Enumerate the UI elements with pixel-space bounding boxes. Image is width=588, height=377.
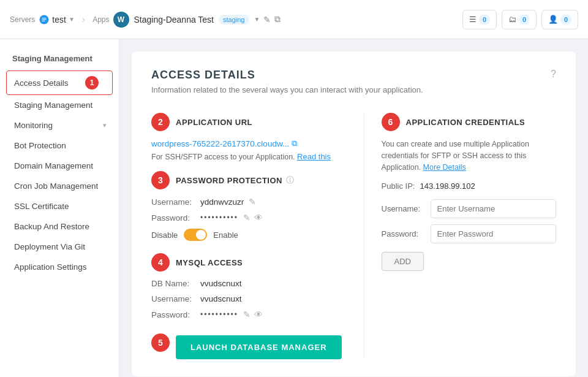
- topnav-actions: ☰ 0 🗂 0 👤 0: [462, 10, 578, 29]
- section-credentials-header: 6 APPLICATION CREDENTIALS: [382, 113, 557, 131]
- mysql-username-value: vvudscnuxt: [200, 294, 242, 303]
- section-app-url-header: 2 APPLICATION URL: [151, 113, 344, 131]
- username-label: Username:: [151, 197, 200, 207]
- section-password-title: PASSWORD PROTECTION: [176, 176, 282, 185]
- sidebar-item-backup-restore[interactable]: Backup And Restore: [0, 216, 119, 237]
- section-credentials-title: APPLICATION CREDENTIALS: [406, 118, 526, 127]
- external-link-icon[interactable]: ⧉: [274, 14, 281, 25]
- credentials-description: You can create and use multiple Applicat…: [382, 139, 557, 173]
- password-label: Password:: [151, 213, 200, 223]
- show-mysql-password-icon[interactable]: 👁: [254, 310, 263, 319]
- sidebar-item-label: Backup And Restore: [14, 222, 89, 231]
- servers-label: Servers: [10, 15, 35, 24]
- users-button[interactable]: 👤 0: [541, 10, 578, 29]
- read-this-link[interactable]: Read this: [297, 152, 331, 161]
- apps-label: Apps: [92, 15, 109, 24]
- servers-section: Servers test ▼: [10, 14, 75, 25]
- password-toggle-row: Disable Enable: [151, 229, 344, 241]
- add-credentials-button[interactable]: ADD: [382, 252, 424, 271]
- content-card: ACCESS DETAILS Information related to th…: [132, 51, 576, 376]
- cred-username-group: Username:: [382, 199, 557, 218]
- password-row: Password: •••••••••• ✎ 👁: [151, 213, 344, 223]
- nav-separator: ›: [82, 14, 85, 25]
- sidebar-item-monitoring[interactable]: Monitoring ▾: [0, 115, 119, 135]
- ssh-note: For SSH/SFTP access to your Application.…: [151, 152, 344, 161]
- users-icon: 👤: [548, 15, 558, 24]
- public-ip-label: Public IP:: [382, 181, 415, 191]
- sidebar: Staging Management Access Details 1 Stag…: [0, 39, 119, 377]
- server-selector[interactable]: test ▼: [39, 14, 74, 25]
- step-6-circle: 6: [382, 113, 400, 131]
- launch-database-button[interactable]: LAUNCH DATABASE MANAGER: [176, 335, 342, 359]
- files-button[interactable]: 🗂 0: [502, 10, 537, 29]
- enable-label: Enable: [213, 230, 238, 240]
- mysql-password-label: Password:: [151, 310, 200, 319]
- server-dropdown-arrow: ▼: [69, 16, 75, 23]
- sidebar-item-staging-management[interactable]: Staging Management: [0, 95, 119, 115]
- show-password-icon[interactable]: 👁: [254, 213, 263, 223]
- dbname-value: vvudscnuxt: [200, 279, 242, 288]
- more-details-link[interactable]: More Details: [423, 163, 466, 172]
- sidebar-item-application-settings[interactable]: Application Settings: [0, 257, 119, 277]
- top-navigation: Servers test ▼ › Apps W Staging-Deanna T…: [0, 0, 588, 39]
- edit-username-icon[interactable]: ✎: [249, 197, 256, 207]
- password-info-icon[interactable]: ⓘ: [286, 175, 294, 186]
- cred-password-group: Password:: [382, 224, 557, 243]
- launch-section: 5 LAUNCH DATABASE MANAGER: [151, 326, 344, 359]
- sidebar-item-label: Domain Management: [14, 161, 93, 170]
- app-dropdown-arrow: ▼: [254, 16, 260, 23]
- sidebar-item-label: Application Settings: [14, 262, 87, 272]
- main-content: ACCESS DETAILS Information related to th…: [119, 39, 588, 377]
- edit-app-icon[interactable]: ✎: [263, 15, 271, 25]
- sidebar-item-ssl-certificate[interactable]: SSL Certificate: [0, 196, 119, 216]
- main-layout: Staging Management Access Details 1 Stag…: [0, 39, 588, 377]
- step-2-circle: 2: [151, 113, 170, 131]
- external-link-icon[interactable]: ⧉: [292, 139, 297, 148]
- docs-button[interactable]: ☰ 0: [462, 10, 497, 29]
- toggle-slider: [184, 229, 207, 241]
- sidebar-item-access-details[interactable]: Access Details 1: [6, 70, 113, 95]
- cred-password-input[interactable]: [431, 224, 557, 243]
- mysql-username-row: Username: vvudscnuxt: [151, 294, 344, 303]
- app-selector[interactable]: W Staging-Deanna Test staging ▼: [113, 12, 260, 28]
- cred-username-input[interactable]: [431, 199, 557, 218]
- step-4-circle: 4: [151, 253, 170, 272]
- mysql-password-value: ••••••••••: [200, 310, 238, 319]
- docs-count: 0: [479, 14, 490, 25]
- sidebar-item-cron-job[interactable]: Cron Job Management: [0, 176, 119, 196]
- sidebar-title: Staging Management: [0, 49, 119, 70]
- sidebar-item-label: Access Details: [14, 78, 69, 88]
- section-mysql-header: 4 MYSQL ACCESS: [151, 253, 344, 272]
- docs-icon: ☰: [469, 15, 477, 24]
- edit-mysql-password-icon[interactable]: ✎: [243, 310, 251, 319]
- mysql-password-actions: ✎ 👁: [243, 310, 263, 319]
- mysql-password-row: Password: •••••••••• ✎ 👁: [151, 310, 344, 319]
- app-url[interactable]: wordpress-765222-2617370.cloudw... ⧉: [151, 139, 344, 148]
- mysql-dbname-row: DB Name: vvudscnuxt: [151, 279, 344, 288]
- sidebar-item-deployment-git[interactable]: Deployment Via Git: [0, 237, 119, 257]
- two-column-layout: 2 APPLICATION URL wordpress-765222-26173…: [151, 113, 556, 359]
- sidebar-item-label: Monitoring: [14, 121, 53, 130]
- password-toggle[interactable]: [184, 229, 207, 241]
- section-password-header: 3 PASSWORD PROTECTION ⓘ: [151, 171, 344, 189]
- public-ip-row: Public IP: 143.198.99.102: [382, 181, 557, 191]
- edit-password-icon[interactable]: ✎: [243, 213, 251, 223]
- dbname-label: DB Name:: [151, 279, 200, 288]
- files-count: 0: [519, 14, 530, 25]
- sidebar-item-label: Cron Job Management: [14, 181, 98, 191]
- staging-badge: staging: [219, 15, 249, 25]
- sidebar-item-domain-management[interactable]: Domain Management: [0, 156, 119, 176]
- public-ip-value: 143.198.99.102: [420, 181, 475, 191]
- help-icon[interactable]: ?: [551, 69, 556, 80]
- files-icon: 🗂: [508, 15, 516, 24]
- disable-label: Disable: [151, 230, 178, 240]
- sidebar-item-label: SSL Certificate: [14, 202, 69, 211]
- step-5-circle: 5: [151, 333, 170, 352]
- sidebar-item-bot-protection[interactable]: Bot Protection: [0, 135, 119, 156]
- page-title: ACCESS DETAILS: [151, 69, 423, 82]
- password-username-row: Username: yddnwvzuzr ✎: [151, 197, 344, 207]
- username-actions: ✎: [249, 197, 256, 207]
- wordpress-icon: W: [113, 12, 129, 28]
- sidebar-item-label: Bot Protection: [14, 141, 66, 150]
- page-subtitle: Information related to the several ways …: [151, 85, 423, 94]
